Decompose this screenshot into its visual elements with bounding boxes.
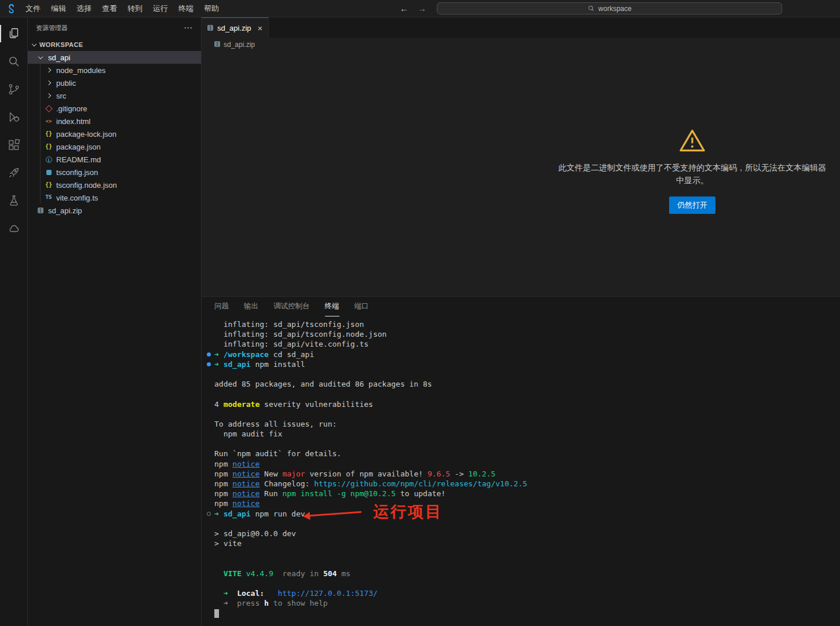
tree-item-vite-config-ts[interactable]: TSvite.config.ts [28, 191, 201, 204]
terminal-link[interactable]: http://127.0.0.1:5173/ [278, 589, 378, 598]
terminal-content[interactable]: inflating: sd_api/tsconfig.json inflatin… [202, 316, 840, 618]
panel-tab-ports[interactable]: 端口 [355, 297, 369, 316]
workspace-section-header[interactable]: WORKSPACE [28, 38, 201, 51]
menu-terminal[interactable]: 终端 [173, 0, 199, 17]
menu-edit[interactable]: 编辑 [46, 0, 71, 17]
tree-item-node-modules[interactable]: node_modules [28, 64, 201, 77]
terminal-line: inflating: sd_api/tsconfig.json [214, 319, 840, 329]
menu-go[interactable]: 转到 [122, 0, 148, 17]
terminal-line: ➜ /workspace cd sd_api [214, 350, 840, 359]
chevron-right-icon [44, 68, 53, 72]
menu-file[interactable]: 文件 [20, 0, 46, 17]
forward-icon[interactable]: → [418, 3, 426, 13]
panel-tab-problems[interactable]: 问题 [214, 297, 229, 316]
command-center[interactable]: workspace [437, 2, 782, 14]
zip-file-icon [207, 24, 213, 32]
tree-item-label: sd_api [48, 53, 70, 62]
activity-search[interactable] [0, 48, 28, 75]
editor-tab-bar: sd_api.zip × [202, 17, 840, 38]
sidebar-title: 资源管理器 [36, 24, 184, 32]
tsconfig-file-icon [44, 170, 53, 175]
menu-selection[interactable]: 选择 [71, 0, 97, 17]
panel-tab-terminal[interactable]: 终端 [325, 297, 339, 316]
back-icon[interactable]: ← [400, 3, 408, 13]
activity-explorer[interactable] [0, 20, 28, 48]
tree-item-label: .gitignore [56, 104, 87, 113]
run-debug-icon [7, 110, 21, 124]
terminal-line: 4 moderate severity vulnerabilities [214, 399, 840, 409]
tree-item-label: vite.config.ts [56, 194, 98, 202]
command-decoration[interactable] [207, 352, 211, 356]
tree-item-label: package.json [56, 143, 101, 151]
workspace-section-label: WORKSPACE [39, 41, 83, 48]
menu-view[interactable]: 查看 [97, 0, 122, 17]
terminal-line: > sd_api@0.0.0 dev [214, 529, 840, 538]
file-tree: sd_apinode_modulespublicsrc.gitignore<>i… [28, 51, 201, 217]
breadcrumb[interactable]: sd_api.zip [202, 38, 840, 51]
tree-item-package-json[interactable]: {}package.json [28, 140, 201, 153]
terminal-line [214, 608, 840, 618]
panel-tab-debug-console[interactable]: 调试控制台 [273, 297, 310, 316]
tree-item-label: package-lock.json [56, 130, 116, 139]
title-bar: 文件编辑选择查看转到运行终端帮助 ← → workspace [0, 0, 840, 17]
tree-item-tsconfig-node-json[interactable]: {}tsconfig.node.json [28, 179, 201, 191]
typescript-file-icon: TS [44, 195, 53, 200]
terminal-line [214, 559, 840, 569]
explorer-icon [7, 27, 21, 41]
app-logo [6, 3, 17, 14]
tree-item-label: src [56, 92, 66, 100]
activity-bar [0, 17, 28, 626]
tree-item-src[interactable]: src [28, 89, 201, 102]
command-center-label: workspace [598, 5, 631, 13]
activity-extensions[interactable] [0, 131, 28, 159]
extensions-icon [7, 138, 21, 152]
tree-item-sd-api[interactable]: sd_api [28, 51, 201, 64]
tree-item-sd-api-zip[interactable]: sd_api.zip [28, 204, 201, 217]
tree-item-label: tsconfig.json [56, 168, 98, 177]
command-decoration[interactable] [207, 362, 211, 366]
cloud-icon [7, 221, 21, 235]
flask-icon [7, 194, 21, 208]
panel-tab-output[interactable]: 输出 [244, 297, 258, 316]
activity-run-debug[interactable] [0, 103, 28, 131]
annotation-arrow-icon [309, 511, 361, 516]
more-actions-icon[interactable]: ⋯ [184, 23, 193, 33]
terminal-line [214, 389, 840, 399]
tree-item-tsconfig-json[interactable]: tsconfig.json [28, 166, 201, 179]
terminal-line: ➜ sd_api npm run dev运行项目 [214, 509, 840, 519]
menu-run[interactable]: 运行 [148, 0, 173, 17]
command-running-decoration[interactable] [207, 512, 211, 516]
activity-cloud[interactable] [0, 214, 28, 242]
terminal-line [214, 439, 840, 449]
terminal-line: npm audit fix [214, 429, 840, 439]
terminal-line: npm notice [214, 498, 840, 508]
tree-item-index-html[interactable]: <>index.html [28, 115, 201, 128]
open-anyway-button[interactable]: 仍然打开 [669, 196, 715, 214]
terminal-line: inflating: sd_api/tsconfig.node.json [214, 329, 840, 339]
tree-item-public[interactable]: public [28, 77, 201, 89]
terminal-line: npm notice [214, 459, 840, 469]
terminal-line: VITE v4.4.9 ready in 504 ms [214, 569, 840, 578]
binary-file-warning: 此文件是二进制文件或使用了不受支持的文本编码，所以无法在文本编辑器中显示。 仍然… [555, 129, 830, 214]
git-file-icon [44, 106, 53, 111]
close-icon[interactable]: × [258, 24, 263, 32]
chevron-right-icon [44, 81, 53, 85]
terminal-line: inflating: sd_api/vite.config.ts [214, 339, 840, 349]
terminal-link[interactable]: https://github.com/npm/cli/releases/tag/… [314, 479, 527, 488]
terminal-line: To address all issues, run: [214, 419, 840, 429]
menu-help[interactable]: 帮助 [199, 0, 224, 17]
tree-item-readme-md[interactable]: iREADME.md [28, 153, 201, 166]
tab-sd-api-zip[interactable]: sd_api.zip × [202, 17, 269, 38]
tree-item-gitignore[interactable]: .gitignore [28, 102, 201, 115]
activity-rocket[interactable] [0, 159, 28, 187]
annotation-text: 运行项目 [373, 504, 443, 520]
activity-flask[interactable] [0, 187, 28, 214]
history-navigation: ← → [400, 0, 426, 17]
tree-item-package-lock-json[interactable]: {}package-lock.json [28, 128, 201, 140]
html-file-icon: <> [44, 119, 53, 124]
terminal-line [214, 519, 840, 529]
tab-label: sd_api.zip [217, 24, 251, 32]
activity-source-control[interactable] [0, 75, 28, 103]
chevron-down-icon [36, 56, 45, 59]
panel-tab-bar: 问题输出调试控制台终端端口 [202, 297, 840, 316]
